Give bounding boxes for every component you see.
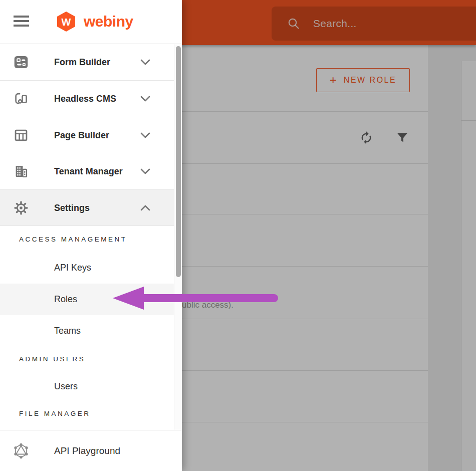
chevron-up-icon xyxy=(140,205,150,211)
screen: + NEW ROLE ublic access). xyxy=(0,0,476,471)
menu-item-tenant-manager[interactable]: Tenant Manager xyxy=(0,153,174,190)
hamburger-menu-icon[interactable] xyxy=(14,16,29,28)
section-header-file-manager: FILE MANAGER xyxy=(0,402,174,424)
sidebar-item-users[interactable]: Users xyxy=(0,371,174,402)
chevron-down-icon xyxy=(140,59,150,65)
chevron-down-icon xyxy=(140,96,150,102)
menu-item-headless-cms[interactable]: Headless CMS xyxy=(0,81,174,117)
svg-text:W: W xyxy=(62,17,71,28)
drawer-header: W webiny xyxy=(0,0,182,44)
sidebar-item-teams[interactable]: Teams xyxy=(0,315,174,347)
headless-cms-icon xyxy=(14,91,29,106)
menu-item-settings[interactable]: Settings xyxy=(0,190,174,226)
drawer-scrollbar-track xyxy=(174,44,182,430)
drawer-scrollbar-thumb[interactable] xyxy=(176,46,181,277)
settings-icon xyxy=(14,200,29,215)
chevron-down-icon xyxy=(140,168,150,174)
menu-item-api-playground[interactable]: API Playground xyxy=(0,430,182,471)
webiny-logo-mark: W xyxy=(55,11,77,32)
menu-item-label: API Playground xyxy=(54,445,120,456)
sidebar-item-roles[interactable]: Roles xyxy=(0,284,174,315)
menu-item-label: Page Builder xyxy=(54,130,109,141)
section-header-access-management: ACCESS MANAGEMENT xyxy=(0,226,174,252)
menu-item-label: Headless CMS xyxy=(54,94,116,104)
page-builder-icon xyxy=(14,128,29,143)
graphql-icon xyxy=(13,442,30,459)
webiny-wordmark: webiny xyxy=(84,13,133,30)
menu-item-label: Form Builder xyxy=(54,57,110,68)
menu-item-form-builder[interactable]: Form Builder xyxy=(0,44,174,81)
menu-item-label: Settings xyxy=(54,202,90,213)
form-builder-icon xyxy=(14,55,29,70)
menu-item-page-builder[interactable]: Page Builder xyxy=(0,117,174,154)
section-header-admin-users: ADMIN USERS xyxy=(0,347,174,371)
chevron-down-icon xyxy=(140,132,150,138)
navigation-drawer: W webiny Form Builder xyxy=(0,0,182,471)
menu-item-label: Tenant Manager xyxy=(54,166,123,177)
drawer-menu: Form Builder Headless CMS xyxy=(0,44,174,430)
sidebar-item-api-keys[interactable]: API Keys xyxy=(0,252,174,284)
tenant-manager-icon xyxy=(14,164,29,179)
webiny-logo: W webiny xyxy=(55,11,133,32)
